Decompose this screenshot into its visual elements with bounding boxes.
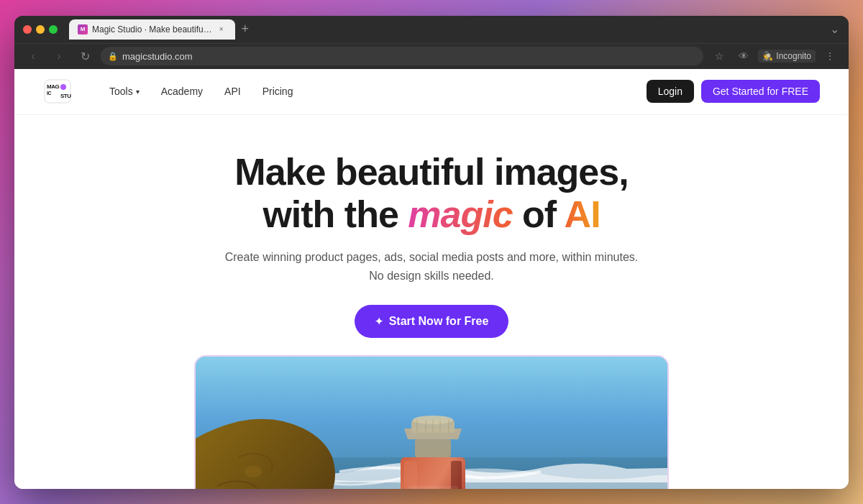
product-showcase (194, 355, 669, 488)
svg-rect-22 (451, 461, 462, 488)
address-bar: ‹ › ↻ 🔒 magicstudio.com ☆ 👁 🕵 Incognito … (14, 43, 849, 69)
hero-subtitle: Create winning product pages, ads, socia… (43, 248, 820, 285)
logo-icon: MAG IC STU (43, 78, 72, 104)
window-controls-right: ⌄ (828, 24, 840, 35)
nav-links: Tools ▾ Academy API Pricing (101, 81, 647, 101)
tab-close-button[interactable]: × (216, 24, 227, 35)
reload-button[interactable]: ↻ (75, 46, 95, 66)
back-button[interactable]: ‹ (23, 46, 43, 66)
hero-title-ai: AI (565, 193, 601, 235)
page-content: MAG IC STU Tools ▾ Academy API (14, 69, 849, 489)
chevron-down-icon: ▾ (136, 88, 140, 96)
nav-pricing[interactable]: Pricing (254, 81, 302, 101)
title-bar: M Magic Studio · Make beautifu… × + ⌄ (14, 16, 849, 43)
browser-window: M Magic Studio · Make beautifu… × + ⌄ ‹ … (14, 16, 849, 489)
eye-slash-icon[interactable]: 👁 (734, 46, 754, 66)
svg-rect-21 (404, 461, 417, 488)
tab-favicon: M (78, 24, 88, 35)
svg-rect-12 (415, 439, 451, 457)
hero-title: Make beautiful images, with the magic of… (43, 151, 820, 237)
incognito-label: Incognito (776, 51, 811, 61)
close-button[interactable] (23, 25, 32, 34)
address-bar-actions: ☆ 👁 🕵 Incognito ⋮ (709, 46, 840, 66)
tabs-area: M Magic Studio · Make beautifu… × + (69, 19, 823, 40)
svg-rect-24 (408, 486, 458, 488)
incognito-hat-icon: 🕵 (762, 51, 773, 61)
hero-title-line1: Make beautiful images, (234, 151, 628, 193)
site-navbar: MAG IC STU Tools ▾ Academy API (14, 69, 849, 115)
active-tab[interactable]: M Magic Studio · Make beautifu… × (69, 19, 235, 40)
svg-text:MAG: MAG (47, 83, 59, 90)
menu-button[interactable]: ⋮ (820, 46, 840, 66)
nav-academy[interactable]: Academy (152, 81, 211, 101)
url-text: magicstudio.com (122, 51, 193, 62)
tab-title: Magic Studio · Make beautifu… (92, 24, 212, 35)
hero-title-of: of (513, 193, 565, 235)
nav-api[interactable]: API (216, 81, 250, 101)
hero-product-image (196, 357, 669, 488)
start-now-button[interactable]: ✦ Start Now for Free (355, 305, 509, 338)
incognito-badge: 🕵 Incognito (758, 50, 816, 63)
hero-section: Make beautiful images, with the magic of… (14, 115, 849, 489)
nav-academy-label: Academy (161, 86, 203, 97)
get-started-button[interactable]: Get Started for FREE (701, 80, 820, 103)
svg-text:IC: IC (47, 91, 51, 96)
start-now-label: Start Now for Free (389, 315, 489, 328)
nav-actions: Login Get Started for FREE (647, 80, 820, 103)
nav-tools[interactable]: Tools ▾ (101, 81, 148, 101)
login-button[interactable]: Login (647, 80, 694, 103)
maximize-button[interactable] (49, 25, 58, 34)
hero-subtitle-line1: Create winning product pages, ads, socia… (225, 251, 639, 263)
svg-point-9 (245, 466, 262, 477)
hero-title-with: with the (262, 193, 408, 235)
minimize-button[interactable] (36, 25, 45, 34)
url-bar[interactable]: 🔒 magicstudio.com (101, 47, 703, 65)
nav-api-label: API (224, 86, 241, 97)
lock-icon: 🔒 (108, 52, 118, 61)
hero-subtitle-line2: No design skills needed. (369, 270, 493, 282)
new-tab-button[interactable]: + (235, 19, 255, 40)
svg-text:STU: STU (60, 93, 71, 99)
site-logo[interactable]: MAG IC STU (43, 78, 72, 104)
sparkle-icon: ✦ (375, 316, 383, 327)
nav-pricing-label: Pricing (262, 86, 293, 97)
nav-tools-label: Tools (109, 86, 133, 97)
svg-point-3 (60, 84, 66, 90)
hero-title-magic: magic (408, 193, 512, 235)
forward-button[interactable]: › (49, 46, 69, 66)
traffic-lights (23, 25, 58, 34)
bookmark-icon[interactable]: ☆ (709, 46, 729, 66)
